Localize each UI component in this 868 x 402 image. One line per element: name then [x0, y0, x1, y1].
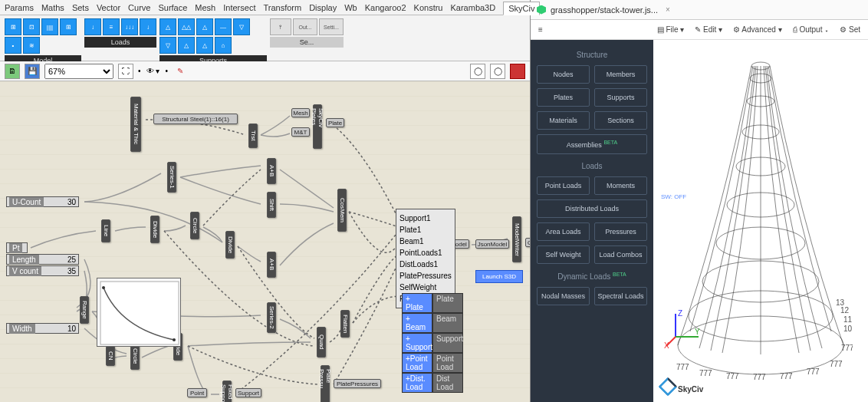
- slider-length[interactable]: Length25: [6, 254, 79, 265]
- ribbon-icon[interactable]: △: [196, 18, 213, 35]
- ribbon-icon[interactable]: ||||: [41, 18, 58, 35]
- close-tab-icon[interactable]: ×: [666, 5, 670, 14]
- panel-button-area-loads[interactable]: Area Loads: [537, 222, 590, 241]
- node[interactable]: CN: [106, 346, 115, 366]
- panel-button-point-loads[interactable]: Point Loads: [537, 176, 590, 195]
- 3d-viewport[interactable]: 777777777 777777777 77777710 111213 SW: …: [653, 40, 868, 402]
- ribbon-icon[interactable]: △△: [178, 18, 195, 35]
- menu-vector[interactable]: Vector: [97, 3, 120, 12]
- node[interactable]: Plate Pressu: [321, 365, 330, 402]
- panel-button-distributed-loads[interactable]: Distributed Loads: [537, 199, 647, 218]
- node[interactable]: Trst: [248, 124, 258, 148]
- panel-button-load-combos[interactable]: Load Combos: [594, 245, 647, 264]
- node[interactable]: Quad: [317, 327, 326, 358]
- menu-mesh[interactable]: Mesh: [195, 3, 215, 12]
- new-file-button[interactable]: 🗎: [5, 64, 20, 79]
- ribbon-icon[interactable]: ⊞: [60, 18, 77, 35]
- node[interactable]: Series-1: [167, 162, 176, 193]
- slider-pt[interactable]: Pt: [6, 242, 28, 253]
- ribbon-icon[interactable]: —: [215, 18, 232, 35]
- node[interactable]: SkyCiv Plates: [313, 104, 322, 149]
- ribbon-icon[interactable]: ⊡: [23, 18, 40, 35]
- node[interactable]: Divide: [225, 231, 235, 259]
- node[interactable]: Point: [187, 388, 207, 397]
- record-button[interactable]: [510, 64, 525, 79]
- node[interactable]: A+B: [267, 158, 276, 184]
- output-menu[interactable]: ⎙ Output ▾: [793, 25, 830, 34]
- menu-params[interactable]: Params: [5, 3, 34, 12]
- edit-menu[interactable]: ✎ Edit ▾: [695, 25, 722, 34]
- ribbon-icon[interactable]: ⌂: [215, 37, 232, 54]
- preview-button[interactable]: 👁 ▾: [146, 64, 161, 79]
- panel-button-pressures[interactable]: Pressures: [594, 222, 647, 241]
- fit-button[interactable]: ⛶: [118, 64, 133, 79]
- ribbon-icon[interactable]: △: [178, 37, 195, 54]
- ribbon-icon[interactable]: ⊞: [5, 18, 21, 35]
- node[interactable]: Flatten: [340, 310, 350, 338]
- icon-button[interactable]: ◯: [470, 64, 485, 79]
- menu-kangaroo2[interactable]: Kangaroo2: [365, 3, 406, 12]
- menu-intersect[interactable]: Intersect: [223, 3, 255, 12]
- panel-button-self-weight[interactable]: Self Weight: [537, 245, 590, 264]
- panel-button-assemblies[interactable]: Assemblies BETA: [537, 134, 647, 154]
- node[interactable]: Shift: [267, 192, 276, 218]
- node[interactable]: Mesh: [291, 108, 310, 117]
- ribbon-icon[interactable]: ≋: [23, 37, 40, 54]
- slider-u-count[interactable]: U-Count30: [6, 196, 79, 207]
- sketch-button[interactable]: ✎: [173, 64, 188, 79]
- menu-karamba3d[interactable]: Karamba3D: [450, 3, 495, 12]
- panel-button-materials[interactable]: Materials: [537, 111, 590, 130]
- node[interactable]: Material & Thic: [130, 97, 141, 152]
- ribbon-icon[interactable]: ▽: [233, 18, 250, 35]
- node[interactable]: Structural Steel(1)::16(1): [153, 114, 238, 124]
- node[interactable]: A+B: [267, 252, 276, 278]
- panel-button-nodal-masses[interactable]: Nodal Masses: [537, 287, 590, 305]
- ribbon-icon[interactable]: △: [159, 18, 176, 35]
- panel-button-supports[interactable]: Supports: [594, 88, 647, 107]
- panel-button-sections[interactable]: Sections: [594, 111, 647, 130]
- menu-curve[interactable]: Curve: [128, 3, 150, 12]
- ribbon-icon[interactable]: △: [196, 37, 213, 54]
- slider-width[interactable]: Width10: [6, 323, 79, 334]
- panel-button-spectral-loads[interactable]: Spectral Loads: [594, 287, 647, 305]
- ribbon-icon[interactable]: ▽: [159, 37, 176, 54]
- menu-icon[interactable]: ≡: [538, 25, 543, 34]
- settings-menu[interactable]: ⚙ Set: [840, 25, 860, 34]
- node[interactable]: Divide: [150, 216, 159, 243]
- ribbon-icon[interactable]: ≡: [103, 18, 120, 35]
- menu-maths[interactable]: Maths: [41, 3, 64, 12]
- panel-button-members[interactable]: Members: [594, 65, 647, 84]
- menu-display[interactable]: Display: [309, 3, 337, 12]
- panel-button-moments[interactable]: Moments: [594, 176, 647, 195]
- ribbon-icon[interactable]: ↓↓↓: [121, 18, 138, 35]
- file-menu[interactable]: ▤ File ▾: [657, 25, 685, 34]
- launch-s3d-button[interactable]: Launch S3D: [475, 270, 523, 283]
- node[interactable]: ModelWriter: [512, 216, 521, 262]
- menu-surface[interactable]: Surface: [158, 3, 187, 12]
- add-element-menu[interactable]: + PlatePlate+ BeamBeam+ SupportSupport+P…: [402, 293, 463, 393]
- graph-panel[interactable]: [97, 278, 181, 347]
- menu-sets[interactable]: Sets: [72, 3, 89, 12]
- node[interactable]: Output: [525, 238, 530, 247]
- node[interactable]: PlatePressures: [334, 379, 381, 388]
- node[interactable]: Circle: [190, 212, 199, 239]
- node[interactable]: JsonModel: [475, 239, 509, 249]
- node[interactable]: Fixed Support: [222, 381, 232, 402]
- ribbon-icon[interactable]: ↓: [140, 18, 156, 35]
- ribbon-icon[interactable]: Out...: [293, 18, 317, 35]
- icon-button[interactable]: ◯: [490, 64, 505, 79]
- panel-button-nodes[interactable]: Nodes: [537, 65, 590, 84]
- ribbon-icon[interactable]: Setti...: [319, 18, 344, 35]
- menu-skyciv[interactable]: SkyCiv: [503, 2, 540, 15]
- menu-wb[interactable]: Wb: [344, 3, 357, 12]
- ribbon-icon[interactable]: ⫯: [270, 18, 291, 35]
- zoom-select[interactable]: 67%: [44, 64, 113, 79]
- save-button[interactable]: 💾: [25, 64, 40, 79]
- node-canvas[interactable]: U-Count30PtLength25V count35Width10Mater…: [0, 81, 530, 402]
- node[interactable]: Support: [235, 388, 261, 397]
- node[interactable]: CosMem: [337, 189, 347, 232]
- menu-transform[interactable]: Transform: [263, 3, 301, 12]
- slider-v-count[interactable]: V count35: [6, 265, 79, 276]
- node[interactable]: Plate: [326, 118, 344, 127]
- ribbon-icon[interactable]: ↓: [84, 18, 101, 35]
